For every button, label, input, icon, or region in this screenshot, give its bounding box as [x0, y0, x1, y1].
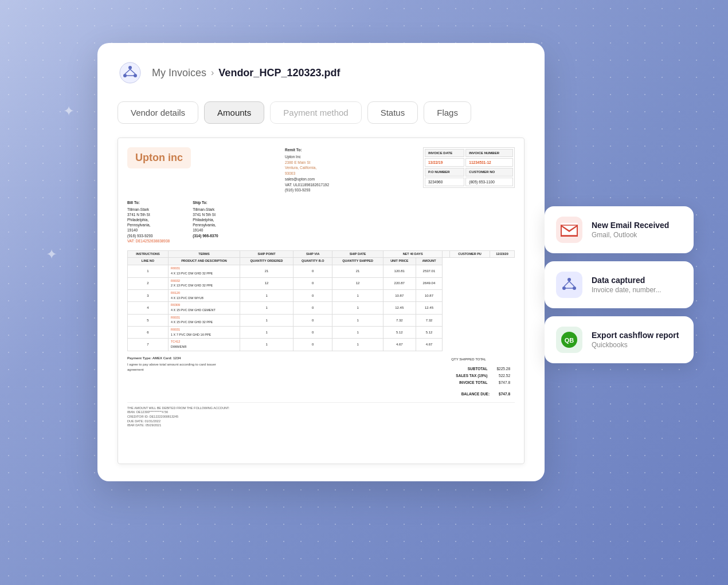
row-qty-ordered: 21	[240, 265, 293, 277]
inv-date-value: 13/22/19	[425, 158, 464, 167]
bill-to-vat: VAT: DE14252638838938	[127, 238, 170, 244]
inv-number-value: 11234531-12	[465, 158, 513, 167]
row-line: 7	[128, 339, 169, 351]
row-line: 5	[128, 314, 169, 326]
col-instructions: INSTRUCTIONS	[128, 250, 169, 258]
remit-vat: VAT: UL011898182617192	[285, 182, 329, 188]
payment-section: Payment Type: AMEX Card: 1234 I agree to…	[127, 356, 219, 372]
notification-quickbooks: QB Export cashflow report Quickbooks	[545, 316, 694, 363]
bill-to-name: Tillman-Stark	[127, 207, 170, 212]
row-qty-shipped: 1	[332, 339, 383, 351]
row-amount: 5.12	[416, 327, 443, 339]
ship-to-phone: (314) 966-6370	[193, 233, 218, 238]
subtotal-value: $225.28	[492, 365, 515, 372]
row-unit-price: 120.81	[383, 265, 416, 277]
row-qty-shipped: 1	[332, 289, 383, 301]
qb-title: Export cashflow report	[592, 331, 679, 340]
row-amount: 4.67	[416, 339, 443, 351]
remit-address2: Ventura, California,	[285, 165, 329, 171]
bill-to-city: Philadelphia,	[127, 217, 170, 222]
tab-amounts[interactable]: Amounts	[204, 101, 264, 124]
ship-to-name: Tillman-Stark	[193, 207, 218, 212]
row-qty-bo: 0	[293, 327, 332, 339]
app-logo	[118, 60, 143, 85]
col-ship-via: SHIP VIA	[293, 250, 332, 258]
notifications-panel: New Email Received Gmail, Outlook Data c…	[545, 206, 694, 363]
ship-to-zip: 19140	[193, 227, 218, 233]
svg-point-11	[567, 278, 571, 281]
table-row: 2 R0032 2 X 13 PVC DW GHD 32 PPE 12 0 12…	[128, 277, 515, 289]
row-qty-bo: 0	[293, 265, 332, 277]
row-qty-shipped: 21	[332, 265, 383, 277]
row-amount: 2649.04	[416, 277, 443, 289]
row-amount: 12.45	[416, 302, 443, 314]
payment-note: I agree to pay above total amount accord…	[127, 362, 219, 372]
row-unit-price: 220.87	[383, 277, 416, 289]
row-line: 4	[128, 302, 169, 314]
remit-email: sales@upton.com	[285, 176, 329, 182]
breadcrumb-separator: ›	[211, 68, 214, 78]
table-row: 4 R0309 4 X 15 PVC DW GHD CEMENT 1 0 1 1…	[128, 302, 515, 314]
inv-po-label: P.O NUMBER	[425, 168, 464, 176]
ship-to: Ship To: Tillman-Stark 3741 N 5th St Phi…	[193, 200, 218, 244]
breadcrumb-link[interactable]: My Invoices	[152, 67, 206, 79]
row-qty-ordered: 1	[240, 327, 293, 339]
notification-neural: Data captured Invoice date, number...	[545, 261, 694, 308]
bill-to-address: 3741 N 5th St	[127, 212, 170, 217]
bill-to-zip: 19140	[127, 227, 170, 233]
remit-address1: 2380 E Main St	[285, 160, 329, 166]
sales-tax-label: SALES TAX (19%)	[451, 372, 492, 379]
col-qty-shipped: QUANTITY SHIPPED	[332, 258, 383, 265]
row-qty-shipped: 1	[332, 302, 383, 314]
table-row: 3 R0120 4 X 13 PVC DW WYU8 1 0 1 10.87 1…	[128, 289, 515, 301]
row-qty-bo: 0	[293, 277, 332, 289]
col-amount: AMOUNT	[416, 258, 443, 265]
ship-to-title: Ship To:	[193, 200, 218, 205]
breadcrumb: My Invoices › Vendor_HCP_120323.pdf	[152, 67, 340, 79]
gmail-icon	[556, 217, 582, 243]
row-qty-shipped: 1	[332, 327, 383, 339]
row-unit-price: 5.12	[383, 327, 416, 339]
row-line: 1	[128, 265, 169, 277]
col-unit-price: UNIT PRICE	[383, 258, 416, 265]
balance-due-row: BALANCE DUE: $747.8	[127, 390, 515, 397]
invoice-document: Upton inc Remit To: Upton Inc 2380 E Mai…	[118, 138, 525, 464]
remit-name: Upton Inc	[285, 154, 329, 160]
row-qty-ordered: 1	[240, 339, 293, 351]
tab-flags[interactable]: Flags	[424, 101, 471, 124]
gmail-title: New Email Received	[592, 221, 669, 230]
tab-vendor-details[interactable]: Vendor details	[118, 101, 198, 124]
row-qty-ordered: 1	[240, 302, 293, 314]
col-qty-bo: QUANTITY B.O	[293, 258, 332, 265]
totals-table: SUBTOTAL $225.28 SALES TAX (19%) 522.52 …	[451, 365, 515, 386]
row-unit-price: 4.67	[383, 339, 416, 351]
ship-to-state: Pennsylvania,	[193, 222, 218, 227]
row-qty-bo: 0	[293, 289, 332, 301]
remit-to-title: Remit To:	[285, 147, 329, 153]
tab-status[interactable]: Status	[367, 101, 418, 124]
remit-phone: (916) 933-9293	[285, 187, 329, 193]
tabs-bar: Vendor details Amounts Payment method St…	[118, 101, 525, 124]
tab-payment-method[interactable]: Payment method	[270, 101, 361, 124]
row-qty-ordered: 1	[240, 289, 293, 301]
col-ship-point: SHIP POINT	[240, 250, 293, 258]
balance-due-label: BALANCE DUE:	[457, 390, 494, 397]
row-amount: 10.87	[416, 289, 443, 301]
row-qty-bo: 0	[293, 302, 332, 314]
remit-address3: 93003	[285, 171, 329, 176]
notification-neural-text: Data captured Invoice date, number...	[592, 276, 661, 294]
inv-customer-value: (805) 653-1100	[465, 178, 513, 186]
line-items-table: INSTRUCTIONS TERMS SHIP POINT SHIP VIA S…	[127, 250, 515, 351]
svg-line-14	[564, 281, 569, 286]
bank-info: THE AMOUNT WILL BE DEBITED FROM THE FOLL…	[127, 402, 515, 428]
neural-icon	[556, 272, 582, 298]
ship-to-city: Philadelphia,	[193, 217, 218, 222]
inv-po-value: 3234960	[425, 178, 464, 186]
invoice-info-table: INVOICE DATE INVOICE NUMBER 13/22/19 112…	[423, 147, 515, 188]
svg-point-0	[120, 62, 140, 83]
col-qty-ordered: QUANTITY ORDERED	[240, 258, 293, 265]
row-amount: 7.32	[416, 314, 443, 326]
bill-to: Bill To: Tillman-Stark 3741 N 5th St Phi…	[127, 200, 170, 244]
payment-type: Payment Type: AMEX Card: 1234	[127, 356, 219, 360]
table-row: 6 R0031 1 X 7 PVC DW GHD 16 PPE 1 0 1 5.…	[128, 327, 515, 339]
